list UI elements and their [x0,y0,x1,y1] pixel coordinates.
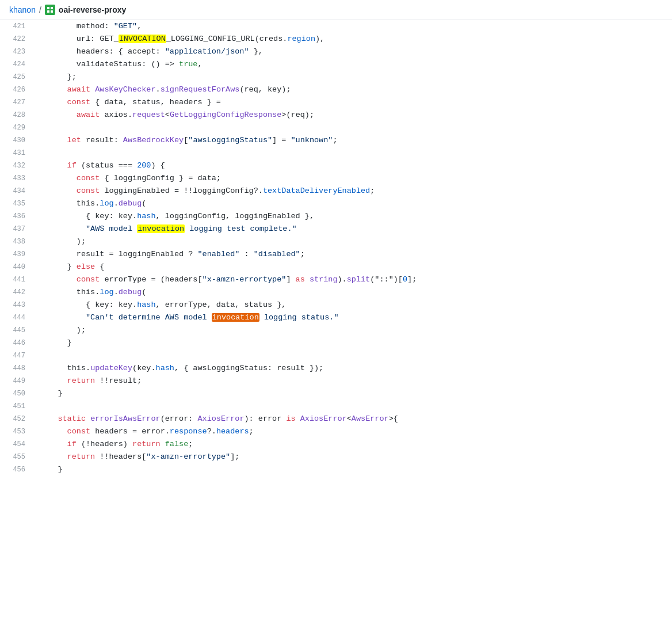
token [39,98,67,106]
table-row: 449 return !!result; [0,375,672,387]
token: }, [249,47,263,56]
line-content: let result: AwsBedrockKey["awsLoggingSta… [35,134,672,147]
token: ; [300,250,305,258]
token: result = loggingEnabled ? [39,250,197,258]
token: const [67,98,91,106]
line-number: 448 [0,362,35,375]
token: textDataDeliveryEnabled [263,186,370,195]
line-content: const headers = error.response?.headers; [35,425,672,438]
token: !!result; [95,376,142,385]
token: AwsError [352,414,389,423]
token: loggingEnabled = !!loggingConfig?. [100,186,263,195]
token: { key: key. [39,300,137,309]
line-content: return !!result; [35,375,672,387]
table-row: 423 headers: { accept: "application/json… [0,45,672,58]
line-number: 453 [0,425,35,438]
table-row: 446 } [0,337,672,349]
line-content: this.updateKey(key.hash, { awsLoggingSta… [35,362,672,375]
token: this. [39,364,90,372]
token [39,174,77,182]
token [39,136,67,144]
table-row: 434 const loggingEnabled = !!loggingConf… [0,185,672,197]
token: debug [119,199,142,208]
table-row: 439 result = loggingEnabled ? "enabled" … [0,248,672,261]
token: debug [119,288,142,296]
token: >{ [389,414,398,423]
token [39,111,77,119]
token: }; [39,73,77,81]
line-content: }; [35,71,672,83]
line-number: 432 [0,159,35,172]
token: (error: [161,414,198,423]
token: } [39,338,72,347]
table-row: 435 this.log.debug( [0,197,672,210]
token [39,161,67,170]
token [39,85,67,94]
token: . [128,111,132,119]
token: logging test complete." [185,224,296,233]
line-number: 427 [0,96,35,109]
token: await [67,85,91,94]
line-number: 442 [0,286,35,299]
token: ), [315,35,324,43]
line-content: await axios.request<GetLoggingConfigResp… [35,109,672,121]
token: < [165,111,170,119]
token: else [77,262,95,271]
line-number: 444 [0,311,35,324]
token: ; [333,136,337,144]
table-row: 430 let result: AwsBedrockKey["awsLoggin… [0,134,672,147]
line-content [35,349,672,362]
token: ?. [207,427,216,436]
token [39,427,67,436]
line-number: 437 [0,223,35,235]
token: updateKey [90,364,132,372]
token: result: [81,136,123,144]
line-content: ); [35,235,672,248]
line-content: const errorType = (headers["x-amzn-error… [35,273,672,286]
token: ( [142,199,146,208]
table-row: 452 static errorIsAwsError(error: AxiosE… [0,413,672,425]
line-content: { key: key.hash, errorType, data, status… [35,299,672,311]
token: if [67,440,77,448]
table-row: 427 const { data, status, headers } = [0,96,672,109]
line-number: 450 [0,387,35,400]
token: , [197,60,202,68]
token: headers: { accept: [39,47,165,56]
table-row: 431 [0,147,672,159]
line-content [35,121,672,134]
line-number: 431 [0,147,35,159]
token: "enabled" [197,250,239,258]
line-number: 425 [0,71,35,83]
token [39,452,67,461]
line-number: 438 [0,235,35,248]
line-content: const { loggingConfig } = data; [35,172,672,185]
repo-link[interactable]: oai-reverse-proxy [59,5,127,14]
token: !!headers[ [95,452,146,461]
token: "disabled" [254,250,300,258]
token: as [296,275,305,284]
table-row: 442 this.log.debug( [0,286,672,299]
token: signRequestForAws [161,85,240,94]
token: const [77,275,100,284]
token [86,414,90,423]
table-row: 426 await AwsKeyChecker.signRequestForAw… [0,83,672,96]
token: , [137,22,142,31]
token: region [287,35,315,43]
line-number: 452 [0,413,35,425]
table-row: 455 return !!headers["x-amzn-errortype"]… [0,451,672,463]
token: , { awsLoggingStatus: result }); [174,364,323,372]
line-content: this.log.debug( [35,286,672,299]
line-number: 440 [0,261,35,273]
token [39,414,58,423]
line-number: 435 [0,197,35,210]
token: ; [249,427,254,436]
line-content: } [35,387,672,400]
line-content: result = loggingEnabled ? "enabled" : "d… [35,248,672,261]
line-number: 443 [0,299,35,311]
token: ("::")[ [370,275,403,284]
token: url: [39,35,100,43]
line-number: 433 [0,172,35,185]
svg-rect-2 [47,10,49,13]
token [161,440,165,448]
user-link[interactable]: khanon [9,5,36,14]
